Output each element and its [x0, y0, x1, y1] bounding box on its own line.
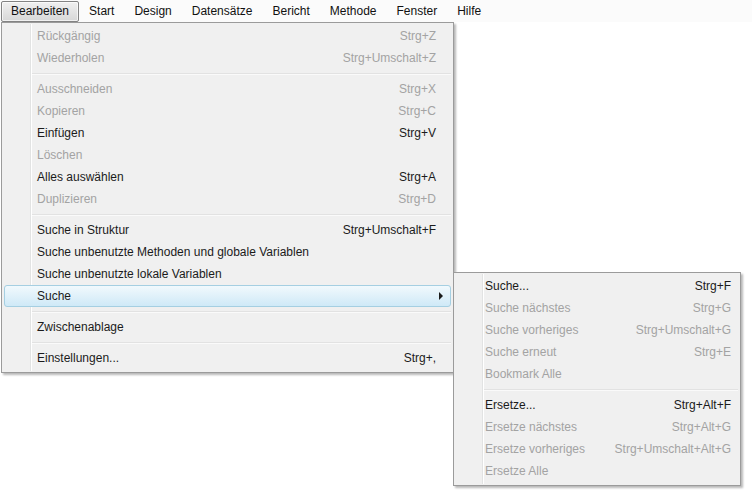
menu-item-suche-vorheriges[interactable]: Suche vorherigesStrg+Umschalt+G: [454, 319, 740, 341]
menu-item-shortcut: Strg+D: [398, 188, 453, 210]
menu-item-label: Kopieren: [2, 100, 85, 122]
menu-item-einfuegen[interactable]: EinfügenStrg+V: [2, 122, 453, 144]
menu-item-duplizieren[interactable]: DuplizierenStrg+D: [2, 188, 453, 210]
menu-separator: [32, 342, 451, 343]
menu-item-kopieren[interactable]: KopierenStrg+C: [2, 100, 453, 122]
menu-item-shortcut: Strg+F: [695, 275, 740, 297]
menu-item-suche-erneut[interactable]: Suche erneutStrg+E: [454, 341, 740, 363]
menu-item-shortcut: Strg+,: [404, 347, 453, 369]
menu-item-bookmark-alle[interactable]: Bookmark Alle: [454, 363, 740, 385]
submenu-arrow-icon: [439, 292, 443, 300]
menubar-item-hilfe[interactable]: Hilfe: [447, 1, 491, 22]
menu-item-label: Suche: [5, 285, 71, 307]
menu-separator: [32, 311, 451, 312]
menu-item-shortcut: Strg+Umschalt+G: [636, 319, 740, 341]
menu-item-suche-naechstes[interactable]: Suche nächstesStrg+G: [454, 297, 740, 319]
menu-item-suche-in-struktur[interactable]: Suche in StrukturStrg+Umschalt+F: [2, 219, 453, 241]
menu-item-shortcut: Strg+Umschalt+Z: [343, 47, 453, 69]
menu-item-shortcut: Strg+X: [399, 78, 453, 100]
edit-menu-popup: RückgängigStrg+ZWiederholenStrg+Umschalt…: [1, 22, 454, 373]
menu-item-label: Ausschneiden: [2, 78, 112, 100]
menubar-item-bearbeiten[interactable]: Bearbeiten: [1, 1, 79, 22]
menu-item-ersetze-vorheriges[interactable]: Ersetze vorherigesStrg+Umschalt+Alt+G: [454, 438, 740, 460]
menu-item-label: Einstellungen...: [2, 347, 119, 369]
menu-item-label: Einfügen: [2, 122, 84, 144]
menu-separator: [32, 214, 451, 215]
menu-item-ersetze[interactable]: Ersetze...Strg+Alt+F: [454, 394, 740, 416]
menubar-item-datensaetze[interactable]: Datensätze: [182, 1, 263, 22]
menu-item-label: Duplizieren: [2, 188, 97, 210]
menu-separator: [484, 389, 738, 390]
menu-item-shortcut: Strg+Alt+F: [674, 394, 740, 416]
menu-item-label: Bookmark Alle: [454, 363, 562, 385]
menu-item-label: Suche...: [454, 275, 529, 297]
menu-item-ausschneiden[interactable]: AusschneidenStrg+X: [2, 78, 453, 100]
menu-item-alles-auswaehlen[interactable]: Alles auswählenStrg+A: [2, 166, 453, 188]
menu-item-ersetze-naechstes[interactable]: Ersetze nächstesStrg+Alt+G: [454, 416, 740, 438]
menubar-item-methode[interactable]: Methode: [320, 1, 387, 22]
menubar-item-start[interactable]: Start: [79, 1, 124, 22]
search-submenu-popup: Suche...Strg+FSuche nächstesStrg+GSuche …: [453, 272, 741, 486]
menu-item-zwischenablage[interactable]: Zwischenablage: [2, 316, 453, 338]
menu-item-label: Suche nächstes: [454, 297, 570, 319]
menu-item-einstellungen[interactable]: Einstellungen...Strg+,: [2, 347, 453, 369]
menu-item-label: Zwischenablage: [2, 316, 124, 338]
menubar: BearbeitenStartDesignDatensätzeBerichtMe…: [0, 0, 752, 22]
menu-item-shortcut: Strg+Umschalt+F: [343, 219, 453, 241]
menu-item-suche[interactable]: Suche: [4, 285, 451, 307]
menubar-item-fenster[interactable]: Fenster: [387, 1, 448, 22]
menu-item-label: Rückgängig: [2, 25, 100, 47]
menu-item-label: Suche erneut: [454, 341, 556, 363]
menu-item-shortcut: Strg+E: [694, 341, 740, 363]
menu-item-label: Wiederholen: [2, 47, 104, 69]
menu-item-shortcut: Strg+Z: [400, 25, 453, 47]
menu-item-shortcut: Strg+A: [399, 166, 453, 188]
menu-item-label: Suche unbenutzte Methoden und globale Va…: [2, 241, 309, 263]
menu-separator: [32, 73, 451, 74]
menu-item-wiederholen[interactable]: WiederholenStrg+Umschalt+Z: [2, 47, 453, 69]
menu-item-label: Ersetze nächstes: [454, 416, 577, 438]
menu-item-rueckgaengig[interactable]: RückgängigStrg+Z: [2, 25, 453, 47]
menu-item-label: Alles auswählen: [2, 166, 124, 188]
menu-item-suche-unbenutzte-lokale-variablen[interactable]: Suche unbenutzte lokale Variablen: [2, 263, 453, 285]
menu-item-label: Ersetze...: [454, 394, 536, 416]
menu-item-label: Ersetze vorheriges: [454, 438, 585, 460]
menubar-item-bericht[interactable]: Bericht: [262, 1, 319, 22]
menu-item-shortcut: Strg+Umschalt+Alt+G: [615, 438, 740, 460]
menu-item-suche[interactable]: Suche...Strg+F: [454, 275, 740, 297]
menu-item-suche-unbenutzte-methoden-und-globale-variablen[interactable]: Suche unbenutzte Methoden und globale Va…: [2, 241, 453, 263]
menu-item-label: Ersetze Alle: [454, 460, 548, 482]
menu-item-shortcut: Strg+Alt+G: [672, 416, 740, 438]
menu-item-label: Suche unbenutzte lokale Variablen: [2, 263, 222, 285]
menubar-item-design[interactable]: Design: [124, 1, 181, 22]
menu-item-label: Suche in Struktur: [2, 219, 129, 241]
menu-item-shortcut: Strg+V: [399, 122, 453, 144]
menu-item-shortcut: Strg+C: [398, 100, 453, 122]
menu-item-label: Suche vorheriges: [454, 319, 578, 341]
menu-item-loeschen[interactable]: Löschen: [2, 144, 453, 166]
menu-item-label: Löschen: [2, 144, 82, 166]
menu-item-shortcut: Strg+G: [693, 297, 740, 319]
menu-item-ersetze-alle[interactable]: Ersetze Alle: [454, 460, 740, 482]
